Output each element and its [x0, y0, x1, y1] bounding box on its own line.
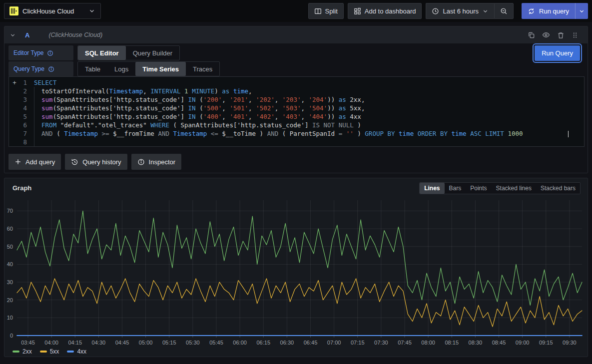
svg-text:04:15: 04:15 [68, 340, 82, 346]
code-lines: +1SELECT 2 toStartOfInterval(Timestamp, … [9, 78, 584, 146]
chevron-down-icon [88, 7, 95, 14]
mode-bars[interactable]: Bars [445, 183, 466, 194]
editor-type-row: Editor Type SQL Editor Query Builder [8, 45, 180, 60]
svg-text:06:30: 06:30 [280, 340, 294, 346]
datasource-name: ClickHouse Cloud [22, 7, 84, 15]
code-line: +1SELECT [9, 78, 584, 87]
svg-text:40: 40 [7, 261, 13, 267]
legend-swatch [40, 351, 47, 353]
clock-icon [432, 7, 439, 15]
svg-text:03:45: 03:45 [21, 340, 35, 346]
inspector-button[interactable]: Inspector [131, 154, 181, 170]
plus-icon [14, 158, 21, 165]
glyph-margin: + [11, 78, 18, 87]
code-line: 4 sum(SpanAttributes['http.status_code']… [9, 104, 584, 112]
svg-text:06:00: 06:00 [233, 340, 247, 346]
legend-label: 2xx [22, 348, 32, 355]
query-ref-id[interactable]: A [25, 31, 29, 39]
drag-handle[interactable] [572, 31, 579, 39]
svg-text:05:15: 05:15 [162, 340, 176, 346]
code-text: AND ( Timestamp >= $__fromTime AND Times… [34, 129, 584, 138]
legend-item-2xx[interactable]: 2xx [12, 348, 32, 355]
legend-item-4xx[interactable]: 4xx [67, 348, 86, 355]
svg-text:0: 0 [10, 333, 13, 339]
chevron-down-icon [9, 32, 16, 38]
query-row-header: A (ClickHouse Cloud) [4, 26, 588, 43]
editor-type-switcher: SQL Editor Query Builder [77, 45, 180, 60]
editor-run-query-button[interactable]: Run Query [535, 45, 580, 61]
query-type-row: Query Type Table Logs Time Series Traces [8, 61, 220, 76]
svg-text:04:00: 04:00 [44, 340, 58, 346]
svg-text:07:00: 07:00 [327, 340, 341, 346]
graph-svg[interactable]: 01020304050607003:4504:0004:1504:3004:45… [4, 196, 589, 351]
svg-text:10: 10 [7, 315, 13, 321]
code-line: 5 sum(SpanAttributes['http.status_code']… [9, 112, 584, 121]
code-text: SELECT [34, 78, 584, 87]
code-text: sum(SpanAttributes['http.status_code'] I… [34, 104, 584, 112]
top-toolbar: ClickHouse Cloud Split Add to dashboard … [0, 0, 592, 22]
split-label: Split [325, 7, 338, 15]
query-type-traces[interactable]: Traces [186, 62, 219, 76]
query-history-button[interactable]: Query history [65, 154, 127, 170]
editor-type-query-builder[interactable]: Query Builder [126, 46, 179, 60]
editor-type-sql-editor[interactable]: SQL Editor [78, 46, 126, 60]
time-range-label: Last 6 hours [443, 7, 479, 15]
svg-text:60: 60 [7, 226, 13, 232]
apps-grid-icon [354, 7, 361, 15]
info-circle-icon[interactable] [47, 50, 53, 56]
glyph-margin [11, 138, 18, 146]
query-type-time-series[interactable]: Time Series [135, 62, 186, 76]
query-row-actions [528, 31, 583, 39]
run-query-button[interactable]: Run query [522, 3, 575, 19]
mode-lines[interactable]: Lines [420, 183, 444, 194]
toggle-query-visibility-button[interactable] [542, 31, 550, 39]
graph-display-modes: Lines Bars Points Stacked lines Stacked … [419, 182, 581, 194]
code-line: 8 [9, 138, 584, 146]
svg-text:09:15: 09:15 [539, 340, 553, 346]
add-to-dashboard-button[interactable]: Add to dashboard [348, 3, 422, 19]
copy-icon [528, 31, 535, 39]
svg-text:06:15: 06:15 [256, 340, 270, 346]
code-text: sum(SpanAttributes['http.status_code'] I… [34, 112, 584, 121]
legend-swatch [67, 351, 74, 353]
line-number: 3 [18, 95, 27, 104]
add-query-button[interactable]: Add query [8, 154, 61, 170]
collapse-query-button[interactable] [9, 32, 16, 38]
query-type-label: Query Type [8, 61, 73, 76]
svg-text:30: 30 [7, 279, 13, 285]
query-editor-section: A (ClickHouse Cloud) Editor Type SQL Edi… [4, 26, 588, 173]
svg-text:07:30: 07:30 [374, 340, 388, 346]
code-line: 3 sum(SpanAttributes['http.status_code']… [9, 95, 584, 104]
run-query-dropdown[interactable] [575, 3, 588, 19]
add-to-dashboard-label: Add to dashboard [365, 7, 416, 15]
mode-points[interactable]: Points [466, 183, 491, 194]
remove-query-button[interactable] [557, 31, 565, 39]
time-range-button[interactable]: Last 6 hours [426, 3, 494, 19]
legend-label: 5xx [50, 348, 59, 355]
info-circle-icon[interactable] [48, 66, 54, 72]
code-text [34, 138, 584, 146]
glyph-margin [11, 87, 18, 95]
sql-code-editor[interactable]: +1SELECT 2 toStartOfInterval(Timestamp, … [8, 76, 585, 147]
code-line: 7 AND ( Timestamp >= $__fromTime AND Tim… [9, 129, 584, 138]
query-type-table[interactable]: Table [78, 62, 107, 76]
query-type-logs[interactable]: Logs [107, 62, 135, 76]
datasource-picker[interactable]: ClickHouse Cloud [4, 3, 101, 19]
zoom-out-button[interactable] [494, 3, 514, 19]
duplicate-query-button[interactable] [528, 31, 535, 39]
split-icon [314, 7, 322, 15]
mode-stacked-lines[interactable]: Stacked lines [492, 183, 536, 194]
mode-stacked-bars[interactable]: Stacked bars [536, 183, 580, 194]
code-text: toStartOfInterval(Timestamp, INTERVAL 1 … [34, 87, 584, 95]
zoom-out-icon [500, 7, 508, 15]
legend-item-5xx[interactable]: 5xx [40, 348, 59, 355]
code-line: 2 toStartOfInterval(Timestamp, INTERVAL … [9, 87, 584, 95]
svg-text:50: 50 [7, 244, 13, 250]
legend-label: 4xx [77, 348, 86, 355]
glyph-margin [11, 121, 18, 129]
code-line: 6 FROM "default"."otel_traces" WHERE ( S… [9, 121, 584, 129]
line-number: 5 [18, 112, 27, 121]
split-button[interactable]: Split [308, 3, 344, 19]
run-query-split-button: Run query [522, 3, 588, 19]
history-icon [71, 158, 78, 166]
